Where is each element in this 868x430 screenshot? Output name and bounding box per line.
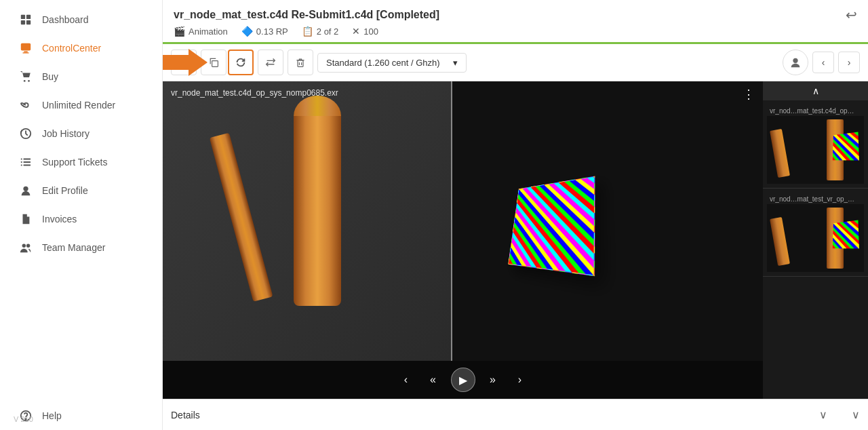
transfer-button[interactable] <box>258 50 283 75</box>
job-header: vr_node_mat_test.c4d Re-Submit1.c4d [Com… <box>163 0 868 44</box>
svg-point-18 <box>26 244 30 248</box>
svg-rect-5 <box>24 52 27 53</box>
file-icon <box>19 212 33 226</box>
back-button[interactable]: ↩ <box>846 7 857 23</box>
thumbnail-image-1 <box>767 116 864 184</box>
svg-rect-21 <box>212 61 218 67</box>
sidebar-label-dashboard: Dashboard <box>42 14 89 25</box>
sidebar-label-editprofile: Edit Profile <box>42 185 88 196</box>
thumbnail-label-1: vr_nod…mat_test.c4d_op… <box>767 104 864 116</box>
playback-play-button[interactable]: ▶ <box>451 368 475 392</box>
sidebar-item-team[interactable]: Team Manager <box>5 234 157 261</box>
prev-icon: ‹ <box>822 57 825 68</box>
next-frame-icon: › <box>518 374 521 386</box>
sidebar-item-unlimited[interactable]: Unlimited Render <box>5 92 157 119</box>
person-icon <box>19 184 33 197</box>
sidebar-item-jobhistory[interactable]: Job History <box>5 120 157 147</box>
sidebar-item-controlcenter[interactable]: ControlCenter <box>5 35 157 62</box>
cube-object <box>505 179 613 288</box>
rp-icon: 🔷 <box>241 26 253 37</box>
copy-button[interactable] <box>201 50 226 75</box>
svg-point-23 <box>793 58 797 63</box>
folder-button[interactable] <box>171 50 197 75</box>
svg-rect-11 <box>23 159 31 160</box>
cart-icon <box>19 70 33 83</box>
nav-next-button[interactable]: › <box>838 52 860 73</box>
sidebar-label-buy: Buy <box>42 71 58 82</box>
dropdown-label: Standard (1.260 cent / Ghzh) <box>326 58 440 68</box>
details-right-chevron-icon[interactable]: ∨ <box>852 408 860 421</box>
svg-rect-13 <box>23 161 31 163</box>
svg-rect-6 <box>23 52 29 53</box>
sidebar-label-team: Team Manager <box>42 242 105 253</box>
sidebar-item-editprofile[interactable]: Edit Profile <box>5 177 157 204</box>
svg-rect-22 <box>298 60 303 67</box>
svg-rect-0 <box>21 15 25 19</box>
thumbnail-label-2: vr_nod…mat_test_vr_op_… <box>767 193 864 204</box>
sidebar-label-support: Support Tickets <box>42 157 108 168</box>
sidebar-label-help: Help <box>42 410 62 421</box>
svg-point-8 <box>28 80 30 82</box>
sidebar-item-buy[interactable]: Buy <box>5 63 157 90</box>
frames-value: 2 of 2 <box>317 26 339 37</box>
details-chevron-icon[interactable]: ∨ <box>819 408 827 421</box>
user-button[interactable] <box>783 50 808 75</box>
percent-value: 100 <box>363 26 378 37</box>
svg-rect-12 <box>21 161 22 163</box>
animation-meta: 🎬 Animation <box>174 26 228 37</box>
refresh-button[interactable] <box>228 50 254 75</box>
job-title: vr_node_mat_test.c4d Re-Submit1.c4d [Com… <box>174 9 439 21</box>
thumbnail-image-2 <box>767 204 864 272</box>
cube-face <box>508 176 595 277</box>
sidebar-label-controlcenter: ControlCenter <box>42 43 101 54</box>
svg-rect-10 <box>21 159 22 160</box>
sidebar-label-jobhistory: Job History <box>42 128 90 139</box>
thumbnail-item-2[interactable]: vr_nod…mat_test_vr_op_… <box>763 189 868 277</box>
rp-value: 0.13 RP <box>256 26 288 37</box>
thumbnails-panel: ∧ vr_nod…mat_test.c4d_op… vr_nod…mat_tes… <box>763 81 868 399</box>
history-icon <box>19 127 33 140</box>
thumbnail-item-1[interactable]: vr_nod…mat_test.c4d_op… <box>763 100 868 189</box>
playback-fast-next-button[interactable]: » <box>484 370 502 389</box>
collapse-button[interactable]: ∧ <box>812 85 819 96</box>
main-content: vr_node_mat_test.c4d Re-Submit1.c4d [Com… <box>163 0 868 430</box>
details-bar[interactable]: Details ∨ ∨ <box>163 399 868 430</box>
frames-meta: 📋 2 of 2 <box>302 26 339 37</box>
svg-rect-1 <box>26 15 31 19</box>
scene-divider <box>451 81 452 361</box>
frames-icon: 📋 <box>302 26 313 37</box>
svg-rect-15 <box>23 165 31 166</box>
monitor-icon <box>19 41 33 55</box>
thumb-cube-1 <box>833 132 859 160</box>
nav-prev-button[interactable]: ‹ <box>812 52 834 73</box>
animation-label: Animation <box>189 26 228 37</box>
toolbar: Standard (1.260 cent / Ghzh) ▾ ‹ › <box>163 44 868 81</box>
delete-button[interactable] <box>288 50 313 75</box>
viewport-menu-icon[interactable]: ⋮ <box>743 87 755 102</box>
details-label: Details <box>171 410 814 421</box>
sidebar-item-dashboard[interactable]: Dashboard <box>5 6 157 33</box>
playback-fast-prev-button[interactable]: « <box>424 370 443 389</box>
rp-meta: 🔷 0.13 RP <box>241 26 288 37</box>
animation-icon: 🎬 <box>174 26 185 37</box>
percent-meta: ✕ 100 <box>352 26 378 37</box>
viewport-filename: vr_node_mat_test.c4d_op_sys_nomp0685.exr <box>171 88 338 98</box>
copper-cylinder-body <box>294 116 341 306</box>
render-viewport: vr_node_mat_test.c4d_op_sys_nomp0685.exr… <box>163 81 763 399</box>
thumb-cube-2 <box>833 220 859 248</box>
sidebar-label-unlimited: Unlimited Render <box>42 100 115 111</box>
render-dropdown[interactable]: Standard (1.260 cent / Ghzh) ▾ <box>317 53 467 73</box>
svg-rect-4 <box>21 43 31 51</box>
team-icon <box>19 241 33 254</box>
svg-point-17 <box>22 244 26 248</box>
playback-prev-button[interactable]: ‹ <box>397 370 416 389</box>
infinity-icon <box>19 98 33 112</box>
svg-point-7 <box>24 80 26 82</box>
list-icon <box>19 155 33 169</box>
playback-next-button[interactable]: › <box>511 370 530 389</box>
playback-controls: ‹ « ▶ » › <box>163 361 763 399</box>
sidebar-item-invoices[interactable]: Invoices <box>5 206 157 233</box>
play-icon: ▶ <box>459 374 467 387</box>
svg-point-16 <box>23 187 28 191</box>
sidebar-item-support[interactable]: Support Tickets <box>5 149 157 176</box>
